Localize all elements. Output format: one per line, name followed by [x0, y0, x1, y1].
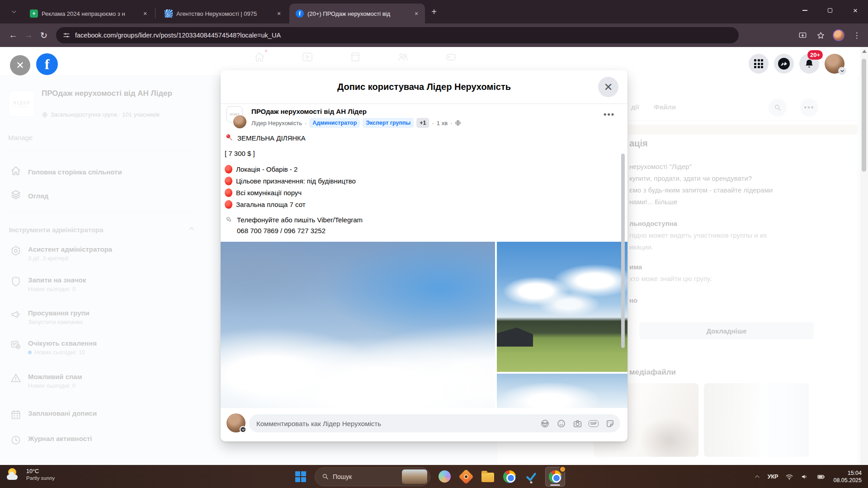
- admin-badge: Администратор: [309, 118, 360, 128]
- comment-input[interactable]: [256, 420, 540, 427]
- browser-tab-active[interactable]: f (20+) ПРОдаж нерухомості від ×: [289, 4, 425, 23]
- privacy-globe-icon: [455, 120, 461, 126]
- post-bullet: Локація - Обарів - 2: [225, 165, 297, 174]
- post-group-name[interactable]: ПРОдаж нерухомості від АН Лідер: [251, 108, 367, 115]
- post-author[interactable]: Лідер Нерухомість: [251, 120, 302, 127]
- address-bar[interactable]: facebook.com/groups/lider.rv/posts/12033…: [56, 27, 739, 43]
- tray-date: 08.05.2025: [833, 477, 862, 484]
- new-tab-button[interactable]: +: [428, 5, 440, 18]
- post-photo-sky[interactable]: [221, 242, 495, 408]
- back-button[interactable]: ←: [5, 28, 21, 43]
- emoji-icon[interactable]: [556, 418, 566, 428]
- post-bullet: Загальна площа 7 сот: [225, 200, 306, 209]
- post-meta-row: Лідер Нерухомість · Администратор Экспер…: [251, 118, 461, 128]
- photos-app-button[interactable]: [458, 469, 474, 484]
- site-info-icon[interactable]: [62, 31, 71, 39]
- chrome-app-button[interactable]: [502, 469, 517, 484]
- weather-condition: Partly sunny: [26, 475, 55, 482]
- post-author-avatar[interactable]: [232, 114, 247, 129]
- gif-icon[interactable]: GIF: [589, 418, 599, 428]
- system-tray: УКР 15:04 08.05.2025: [754, 465, 862, 488]
- expert-badge: Эксперт группы: [363, 118, 414, 128]
- profile-avatar[interactable]: [831, 28, 846, 43]
- forward-button[interactable]: →: [21, 28, 36, 43]
- post-bullet: Всі комунікації поруч: [225, 188, 302, 197]
- taskbar-weather-widget[interactable]: 10°C Partly sunny: [6, 467, 55, 483]
- browser-tab-1[interactable]: + Реклама 2024 непрацюємо з н ×: [24, 4, 154, 23]
- active-indicator: [550, 484, 560, 486]
- post-photo-landscape[interactable]: [497, 242, 627, 372]
- chrome-active-window-button[interactable]: [545, 467, 565, 487]
- chrome-notification-badge: [559, 466, 566, 473]
- post-photos: [221, 242, 627, 408]
- post-modal: Допис користувача Лідер Нерухомість ✕ ЛІ…: [221, 70, 627, 441]
- chrome-icon: [549, 470, 561, 483]
- folder-icon: [481, 473, 494, 482]
- camera-icon[interactable]: [572, 418, 582, 428]
- notification-count-badge: 20+: [807, 50, 823, 60]
- modal-close-button[interactable]: ✕: [598, 77, 618, 97]
- paperclip-icon: [225, 216, 233, 224]
- messenger-button[interactable]: [774, 54, 794, 74]
- red-circle-icon: [225, 165, 232, 174]
- tab-close-icon[interactable]: ×: [275, 9, 283, 18]
- copilot-app-button[interactable]: [437, 469, 452, 484]
- tasks-app-button[interactable]: [524, 469, 539, 484]
- tab-search-chevron-icon[interactable]: [7, 5, 21, 19]
- close-overlay-button[interactable]: ✕: [10, 55, 30, 75]
- apps-menu-button[interactable]: [749, 54, 769, 74]
- running-indicator: [530, 481, 533, 483]
- search-placeholder: Пошук: [333, 473, 398, 480]
- reload-button[interactable]: ↻: [36, 28, 52, 43]
- facebook-page: ЛІДЕР ПРОдаж нерухомості від АН Лідер За…: [0, 47, 868, 465]
- tab-close-icon[interactable]: ×: [141, 9, 149, 18]
- browser-tab-2[interactable]: Агентство Нерухомості | 0975 ×: [158, 4, 288, 23]
- install-app-icon[interactable]: [795, 28, 810, 43]
- start-button[interactable]: [293, 469, 308, 484]
- agency-favicon: [165, 9, 173, 18]
- url-text: facebook.com/groups/lider.rv/posts/12033…: [75, 32, 281, 39]
- language-indicator[interactable]: УКР: [768, 474, 778, 480]
- tab-title: Агентство Нерухомості | 0975: [176, 10, 271, 17]
- modal-scrollbar-thumb[interactable]: [621, 154, 625, 348]
- tab-close-icon[interactable]: ×: [412, 9, 420, 18]
- window-minimize-button[interactable]: [792, 0, 817, 21]
- comment-input-pill: GIF: [249, 414, 620, 432]
- tray-time: 15:04: [833, 469, 862, 477]
- post-price: [ 7 300 $ ]: [225, 150, 255, 157]
- wifi-icon[interactable]: [785, 473, 793, 481]
- notifications-button[interactable]: 20+: [799, 54, 819, 74]
- taskbar-clock[interactable]: 15:04 08.05.2025: [833, 469, 862, 484]
- volume-icon[interactable]: [801, 473, 809, 481]
- battery-icon[interactable]: [816, 473, 826, 481]
- comment-avatar[interactable]: [226, 413, 245, 432]
- taskbar-center: Пошук: [293, 465, 565, 488]
- browser-menu-icon[interactable]: ⋮: [849, 28, 864, 43]
- post-headline: ЗЕМЕЛЬНА ДІЛЯНКА: [225, 133, 306, 142]
- avatar-sticker-icon[interactable]: [540, 418, 550, 428]
- tray-chevron-up-icon[interactable]: [754, 474, 760, 480]
- modal-header: Допис користувача Лідер Нерухомість ✕: [221, 70, 627, 104]
- post-photo-partial[interactable]: [497, 374, 627, 408]
- scroll-up-arrow[interactable]: [862, 50, 867, 53]
- file-explorer-button[interactable]: [480, 469, 495, 484]
- facebook-logo[interactable]: f: [36, 53, 58, 75]
- partly-sunny-icon: [6, 467, 22, 483]
- chrome-icon: [503, 470, 516, 483]
- sheets-favicon: +: [30, 9, 38, 18]
- window-controls: ×: [792, 0, 868, 21]
- bookmark-star-icon[interactable]: [813, 28, 828, 43]
- post-options-button[interactable]: •••: [604, 110, 615, 119]
- chevron-down-icon: [240, 426, 246, 433]
- windows-logo-icon: [295, 471, 306, 482]
- taskbar-search[interactable]: Пошук: [315, 467, 430, 486]
- post-time[interactable]: 1 хв: [437, 120, 448, 127]
- account-avatar[interactable]: [825, 54, 844, 74]
- scrollbar-thumb[interactable]: [862, 59, 866, 172]
- sticker-icon[interactable]: [605, 418, 615, 428]
- window-maximize-button[interactable]: [817, 0, 843, 21]
- page-scrollbar[interactable]: [860, 47, 868, 465]
- comment-toolbar: GIF: [540, 418, 615, 428]
- window-close-button[interactable]: ×: [843, 0, 868, 21]
- facebook-header-actions: 20+: [749, 54, 844, 74]
